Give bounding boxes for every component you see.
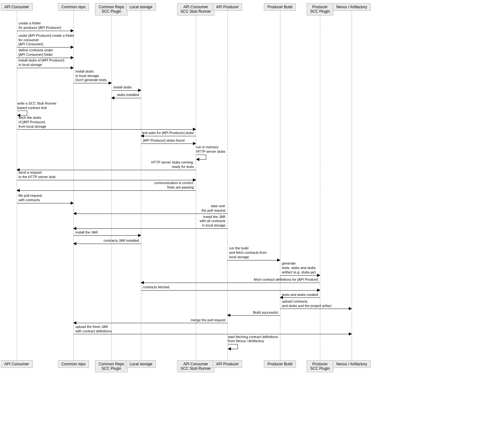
participant-api-producer-top: API Producer bbox=[213, 3, 242, 11]
message-label: stubs installed bbox=[112, 93, 141, 98]
message-8: fetch the stubs of [API Producer] from l… bbox=[17, 116, 196, 130]
arrow-left-icon bbox=[141, 134, 144, 138]
arrow-right-icon bbox=[138, 89, 141, 92]
message-5: install stubs bbox=[112, 85, 141, 91]
message-label: contracts JAR installed bbox=[73, 239, 141, 244]
message-label: take over the pull request bbox=[73, 204, 227, 214]
message-27: merge the pull request bbox=[73, 318, 227, 323]
message-21: generate tests, stubs and stubs artifact… bbox=[280, 261, 320, 275]
message-12: HTTP server stubs running, ready for tes… bbox=[17, 160, 196, 170]
message-label: send a request to the HTTP server stub bbox=[17, 170, 196, 180]
participant-local-storage-bottom: Local storage bbox=[126, 360, 156, 368]
participant-api-consumer-top: API Consumer bbox=[1, 3, 33, 11]
participant-common-repo-scc-top: Common Repo SCC Plugin bbox=[95, 3, 128, 16]
message-label: contracts fetched bbox=[141, 285, 320, 290]
message-label: install stubs bbox=[112, 85, 141, 90]
arrow-left-icon bbox=[16, 189, 20, 192]
arrow-left-icon bbox=[111, 96, 114, 99]
message-2: define contracts under [API Consumer] fo… bbox=[17, 48, 74, 58]
message-label: HTTP server stubs running, ready for tes… bbox=[17, 160, 196, 170]
arrow-left-icon bbox=[227, 314, 230, 317]
participant-common-repo-scc-bottom: Common Repo SCC Plugin bbox=[95, 360, 128, 373]
message-6: stubs installed bbox=[112, 93, 141, 98]
message-23: contracts fetched bbox=[141, 285, 320, 291]
message-24: tests and stubs created bbox=[280, 293, 320, 298]
message-1: under [API Producer] create a folder for… bbox=[17, 34, 74, 48]
message-13: send a request to the HTTP server stub bbox=[17, 170, 196, 180]
message-28: upload the fresh JAR with contract defin… bbox=[73, 325, 352, 335]
message-22: fetch contract definitions for [API Prod… bbox=[141, 278, 320, 283]
message-label: run in memory HTTP server stubs bbox=[196, 145, 226, 155]
participant-producer-scc-bottom: Producer SCC Plugin bbox=[307, 360, 333, 373]
arrow-left-icon bbox=[280, 296, 283, 299]
arrow-right-icon bbox=[349, 332, 352, 336]
participant-nexus-bottom: Nexus / Artifactory bbox=[333, 360, 370, 368]
message-19: contracts JAR installed bbox=[73, 239, 141, 244]
arrow-left-icon bbox=[141, 281, 144, 284]
participant-producer-build-bottom: Producer Build bbox=[264, 360, 296, 368]
arrow-left-icon bbox=[73, 227, 76, 230]
lifeline-api-consumer-stub bbox=[196, 16, 196, 360]
message-label: install the JAR bbox=[73, 230, 141, 235]
message-11: run in memory HTTP server stubs bbox=[196, 145, 226, 160]
message-label: generate tests, stubs and stubs artifact… bbox=[280, 261, 320, 275]
message-label: fetch contract definitions for [API Prod… bbox=[141, 278, 320, 283]
message-7: write a SCC Stub Runner based contract t… bbox=[17, 101, 57, 116]
arrow-right-icon bbox=[317, 274, 320, 277]
message-15: file pull request with contracts bbox=[17, 194, 74, 203]
sequence-diagram: API ConsumerAPI ConsumerCommon repoCommo… bbox=[2, 2, 366, 378]
message-17: install the JAR with all contracts in lo… bbox=[73, 215, 227, 229]
message-label: upload contracts and stubs and the proje… bbox=[280, 299, 352, 309]
participant-producer-build-top: Producer Build bbox=[264, 3, 296, 11]
arrow-right-icon bbox=[193, 142, 196, 145]
message-label: install the JAR with all contracts in lo… bbox=[73, 215, 227, 228]
message-14: communication is correct. Tests are pass… bbox=[17, 181, 196, 191]
message-label: [API Producer] stubs found bbox=[141, 138, 196, 144]
message-label: start fetching contract definitions from… bbox=[228, 335, 278, 344]
participant-nexus-top: Nexus / Artifactory bbox=[333, 3, 370, 11]
message-label: tests and stubs created bbox=[280, 293, 320, 298]
message-label: define contracts under [API Consumer] fo… bbox=[17, 48, 74, 58]
participant-local-storage-top: Local storage bbox=[126, 3, 156, 11]
message-label: under [API Producer] create a folder for… bbox=[17, 34, 74, 47]
arrow-right-icon bbox=[71, 66, 74, 69]
message-label: install stubs of [API Producer] in local… bbox=[17, 58, 74, 68]
message-26: Build successful bbox=[227, 310, 280, 316]
message-10: [API Producer] stubs found bbox=[141, 138, 196, 144]
message-18: install the JAR bbox=[73, 230, 141, 236]
arrow-right-icon bbox=[277, 259, 280, 262]
participant-producer-scc-top: Producer SCC Plugin bbox=[307, 3, 333, 16]
message-label: fetch the stubs of [API Producer] from l… bbox=[17, 116, 196, 129]
arrow-right-icon bbox=[71, 29, 74, 32]
arrow-left-icon bbox=[73, 321, 76, 324]
message-3: install stubs of [API Producer] in local… bbox=[17, 58, 74, 68]
participant-api-consumer-bottom: API Consumer bbox=[1, 360, 33, 368]
message-label: create a folder for producer [API Produc… bbox=[17, 21, 74, 31]
message-label: write a SCC Stub Runner based contract t… bbox=[17, 101, 57, 111]
arrow-right-icon bbox=[138, 234, 141, 237]
message-label: merge the pull request bbox=[73, 318, 227, 323]
arrow-left-icon bbox=[73, 242, 76, 245]
message-label: upload the fresh JAR with contract defin… bbox=[73, 325, 352, 334]
lifeline-api-producer bbox=[227, 11, 228, 360]
message-9: test asks for [API Producer] stubs bbox=[141, 131, 196, 136]
message-label: install stubs in local storage. Don't ge… bbox=[73, 69, 112, 83]
message-29: start fetching contract definitions from… bbox=[228, 335, 278, 349]
message-16: take over the pull request bbox=[73, 204, 227, 214]
message-0: create a folder for producer [API Produc… bbox=[17, 21, 74, 31]
message-label: Build successful bbox=[227, 310, 280, 316]
arrow-right-icon bbox=[317, 289, 320, 292]
participant-common-repo-top: Common repo bbox=[58, 3, 89, 11]
participant-common-repo-bottom: Common repo bbox=[58, 360, 89, 368]
message-label: run the build and fetch contracts from l… bbox=[227, 246, 280, 260]
message-label: test asks for [API Producer] stubs bbox=[141, 131, 196, 136]
message-20: run the build and fetch contracts from l… bbox=[227, 246, 280, 260]
arrow-right-icon bbox=[109, 81, 112, 85]
arrow-right-icon bbox=[349, 307, 352, 310]
message-label: communication is correct. Tests are pass… bbox=[17, 181, 196, 190]
participant-api-consumer-stub-bottom: API Consumer SCC Stub Runner bbox=[177, 360, 214, 373]
message-label: file pull request with contracts bbox=[17, 194, 74, 203]
message-4: install stubs in local storage. Don't ge… bbox=[73, 69, 112, 83]
participant-api-producer-bottom: API Producer bbox=[213, 360, 242, 368]
arrow-right-icon bbox=[193, 128, 196, 131]
